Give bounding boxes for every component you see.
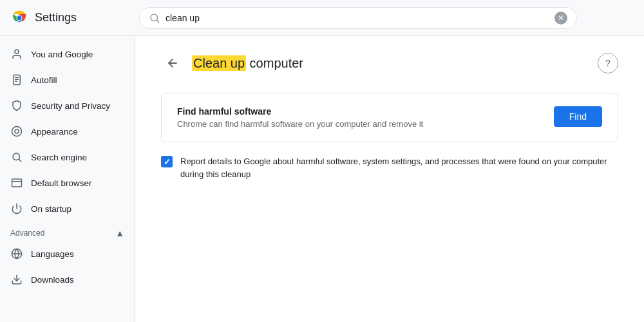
page-header: Clean up computer ?: [161, 52, 618, 75]
main-layout: You and Google Autofill Security and Pri…: [0, 36, 644, 322]
sidebar-item-security-and-privacy[interactable]: Security and Privacy: [0, 93, 129, 118]
svg-point-2: [17, 15, 22, 20]
person-icon: [10, 48, 23, 61]
sidebar-item-label: On startup: [31, 204, 71, 214]
sidebar-item-on-startup[interactable]: On startup: [0, 196, 129, 222]
help-button[interactable]: ?: [598, 53, 618, 73]
svg-point-5: [15, 50, 19, 53]
power-icon: [10, 202, 23, 215]
checkbox-checked[interactable]: ✓: [161, 156, 173, 167]
default-browser-icon: [10, 176, 23, 189]
sidebar-item-appearance[interactable]: Appearance: [0, 118, 129, 144]
sidebar: You and Google Autofill Security and Pri…: [0, 36, 135, 322]
svg-line-4: [156, 20, 158, 22]
sidebar-item-label: Languages: [31, 249, 74, 259]
page-header-left: Clean up computer: [161, 52, 303, 75]
globe-icon: [10, 247, 23, 260]
find-button[interactable]: Find: [554, 106, 602, 127]
sidebar-item-default-browser[interactable]: Default browser: [0, 170, 129, 196]
help-icon: ?: [605, 58, 611, 68]
clear-search-button[interactable]: ✕: [554, 12, 567, 24]
report-details-row: ✓ Report details to Google about harmful…: [161, 155, 618, 180]
svg-rect-14: [12, 179, 22, 187]
search-bar: ✕: [139, 7, 577, 29]
card-subtitle: Chrome can find harmful software on your…: [177, 119, 423, 129]
content-area: Clean up computer ? Find harmful softwar…: [135, 36, 644, 322]
svg-line-13: [19, 159, 21, 161]
back-button[interactable]: [161, 52, 184, 75]
checkbox-label: Report details to Google about harmful s…: [180, 155, 618, 180]
app-title: Settings: [35, 11, 77, 24]
sidebar-item-label: You and Google: [31, 50, 93, 59]
chrome-logo: [10, 9, 28, 27]
svg-point-12: [13, 153, 20, 160]
page-title: Clean up computer: [192, 56, 303, 71]
back-arrow-icon: [166, 57, 179, 70]
card-text: Find harmful software Chrome can find ha…: [177, 106, 423, 129]
sidebar-item-search-engine[interactable]: Search engine: [0, 144, 129, 170]
sidebar-item-label: Autofill: [31, 75, 57, 85]
sidebar-item-autofill[interactable]: Autofill: [0, 67, 129, 93]
search-engine-icon: [10, 151, 23, 164]
svg-point-11: [15, 129, 19, 133]
autofill-icon: [10, 73, 23, 86]
sidebar-item-label: Default browser: [31, 178, 92, 188]
sidebar-item-label: Downloads: [31, 275, 74, 285]
search-input[interactable]: [166, 13, 549, 23]
sidebar-item-label: Security and Privacy: [31, 101, 110, 111]
highlighted-text: Clean up: [192, 55, 246, 71]
svg-point-10: [12, 127, 22, 137]
page-title-rest: computer: [246, 56, 303, 70]
shield-icon: [10, 99, 23, 112]
sidebar-item-label: Search engine: [31, 153, 87, 162]
advanced-chevron: ▲: [115, 228, 124, 238]
sidebar-item-label: Appearance: [31, 127, 78, 137]
download-icon: [10, 273, 23, 286]
appearance-icon: [10, 125, 23, 138]
checkmark-icon: ✓: [164, 157, 171, 167]
report-checkbox[interactable]: ✓: [161, 156, 173, 167]
search-icon: [149, 12, 160, 24]
card-title: Find harmful software: [177, 106, 423, 117]
advanced-section-label[interactable]: Advanced ▲: [0, 222, 135, 241]
find-harmful-software-card: Find harmful software Chrome can find ha…: [161, 93, 618, 142]
sidebar-item-languages[interactable]: Languages: [0, 241, 129, 267]
sidebar-item-downloads[interactable]: Downloads: [0, 267, 129, 292]
sidebar-item-you-and-google[interactable]: You and Google: [0, 41, 129, 67]
top-bar: Settings ✕: [0, 0, 644, 36]
logo-area: Settings: [10, 9, 139, 27]
